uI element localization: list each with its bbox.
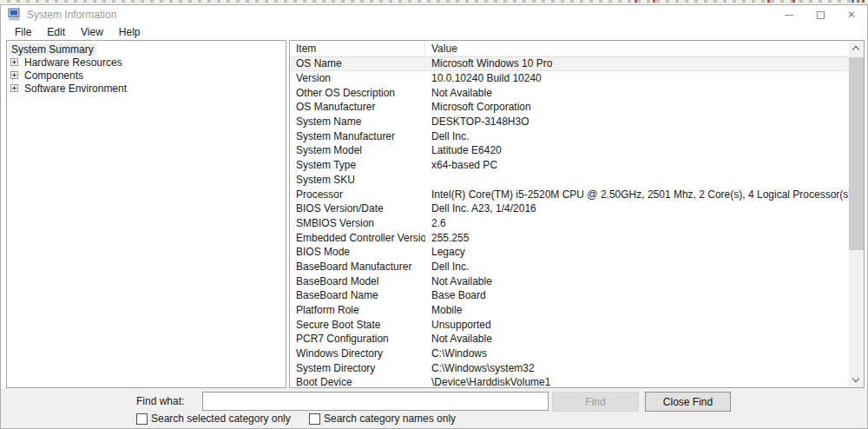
column-header-item[interactable]: Item — [290, 41, 425, 56]
item-cell: Other OS Description — [290, 87, 425, 99]
column-header-value[interactable]: Value — [425, 41, 849, 56]
value-cell: Not Available — [425, 275, 849, 287]
expand-icon[interactable] — [10, 58, 18, 66]
table-row[interactable]: BaseBoard Name Base Board — [290, 288, 849, 303]
table-row[interactable]: System Type x64-based PC — [290, 158, 849, 173]
minimize-button[interactable] — [773, 5, 805, 24]
value-cell: Unsupported — [425, 319, 849, 331]
value-cell: Microsoft Windows 10 Pro — [425, 57, 849, 69]
background-fragment — [857, 0, 859, 3]
table-row[interactable]: Windows Directory C:\Windows — [290, 346, 849, 361]
table-row[interactable]: System Name DESKTOP-3148H3O — [290, 115, 849, 129]
close-icon: ✕ — [847, 10, 856, 20]
table-row[interactable]: Boot Device \Device\HarddiskVolume1 — [290, 375, 849, 387]
item-cell: Windows Directory — [290, 347, 425, 360]
table-row[interactable]: Version 10.0.10240 Build 10240 — [290, 71, 849, 86]
item-cell: Secure Boot State — [290, 319, 425, 331]
background-fragment — [852, 0, 854, 3]
value-cell: Dell Inc. A23, 1/4/2016 — [425, 202, 849, 214]
background-text-fragments — [7, 0, 861, 3]
table-row[interactable]: Other OS Description Not Available — [290, 85, 849, 100]
item-cell: OS Name — [290, 57, 425, 69]
table-row[interactable]: System Manufacturer Dell Inc. — [290, 129, 849, 143]
find-input[interactable] — [202, 392, 549, 411]
tree-item[interactable]: Hardware Resources — [9, 56, 286, 69]
background-fragment — [792, 0, 795, 3]
table-row[interactable]: SMBIOS Version 2.6 — [290, 216, 849, 231]
category-tree: System Summary Hardware Resources Compon… — [7, 41, 286, 95]
table-row[interactable]: Processor Intel(R) Core(TM) i5-2520M CPU… — [290, 187, 849, 201]
item-cell: Platform Role — [290, 304, 425, 316]
tree-item[interactable]: Components — [9, 69, 286, 82]
value-cell: x64-based PC — [425, 159, 849, 171]
list-body: OS Name Microsoft Windows 10 Pro Version… — [290, 56, 849, 387]
item-cell: System Name — [290, 116, 425, 128]
tree-item-label: Software Environment — [22, 82, 129, 95]
value-cell: C:\Windows\system32 — [425, 362, 849, 374]
item-cell: SMBIOS Version — [290, 217, 425, 229]
item-cell: System Manufacturer — [290, 130, 425, 142]
table-row[interactable]: BaseBoard Manufacturer Dell Inc. — [290, 260, 849, 274]
table-row[interactable]: System Directory C:\Windows\system32 — [290, 360, 849, 375]
scroll-down-button[interactable] — [849, 373, 864, 387]
maximize-button[interactable] — [805, 5, 836, 24]
value-cell: Dell Inc. — [425, 130, 849, 142]
details-list-pane: Item Value OS Name Microsoft Windows 10 … — [289, 40, 865, 388]
find-button[interactable]: Find — [552, 392, 639, 412]
system-information-app-icon — [8, 8, 22, 22]
item-cell: System Model — [290, 144, 425, 156]
chevron-up-icon — [852, 46, 859, 53]
item-cell: Version — [290, 72, 425, 84]
table-row[interactable]: OS Name Microsoft Windows 10 Pro — [290, 56, 849, 71]
window-title: System Information — [27, 9, 116, 21]
item-cell: BaseBoard Model — [290, 275, 425, 287]
window-controls: ✕ — [773, 5, 867, 24]
table-row[interactable]: BIOS Mode Legacy — [290, 245, 849, 260]
table-row[interactable]: System SKU — [290, 173, 849, 188]
content-area: System Summary Hardware Resources Compon… — [1, 40, 867, 388]
value-cell: Latitude E6420 — [425, 144, 849, 156]
search-category-names-checkbox[interactable] — [309, 413, 320, 425]
value-cell: 10.0.10240 Build 10240 — [425, 72, 849, 84]
menu-item[interactable]: Edit — [39, 24, 73, 40]
table-row[interactable]: Embedded Controller Version 255.255 — [290, 230, 849, 245]
expand-icon[interactable] — [10, 71, 18, 79]
item-cell: System Type — [290, 159, 425, 171]
search-selected-category-checkbox[interactable] — [136, 413, 148, 425]
background-fragment — [767, 0, 770, 3]
item-cell: System SKU — [290, 174, 425, 186]
value-cell: 255.255 — [425, 232, 849, 244]
table-row[interactable]: BaseBoard Model Not Available — [290, 274, 849, 288]
search-category-names-label: Search category names only — [324, 413, 456, 425]
menu-item[interactable]: Help — [111, 24, 148, 40]
titlebar[interactable]: System Information ✕ — [1, 5, 867, 24]
table-row[interactable]: BIOS Version/Date Dell Inc. A23, 1/4/201… — [290, 201, 849, 216]
search-selected-category-label: Search selected category only — [151, 413, 291, 425]
item-cell: BaseBoard Name — [290, 289, 425, 301]
table-row[interactable]: Secure Boot State Unsupported — [290, 317, 849, 332]
expand-icon[interactable] — [10, 84, 18, 92]
table-row[interactable]: OS Manufacturer Microsoft Corporation — [290, 100, 849, 115]
tree-item[interactable]: System Summary — [9, 43, 286, 56]
menu-bar: FileEditViewHelp — [1, 24, 867, 40]
table-row[interactable]: PCR7 Configuration Not Available — [290, 332, 849, 346]
table-row[interactable]: System Model Latitude E6420 — [290, 143, 849, 158]
minimize-icon — [785, 15, 793, 16]
table-row[interactable]: Platform Role Mobile — [290, 303, 849, 318]
value-cell: Dell Inc. — [425, 261, 849, 273]
close-button[interactable]: ✕ — [836, 5, 867, 24]
menu-item[interactable]: File — [7, 24, 39, 40]
vertical-scrollbar[interactable] — [849, 41, 864, 387]
category-tree-pane: System Summary Hardware Resources Compon… — [6, 40, 286, 388]
scrollbar-thumb[interactable] — [849, 57, 864, 250]
tree-item[interactable]: Software Environment — [9, 82, 286, 95]
system-information-window: System Information ✕ FileEditViewHelp Sy… — [0, 4, 868, 429]
menu-item[interactable]: View — [73, 24, 111, 40]
value-cell: Intel(R) Core(TM) i5-2520M CPU @ 2.50GHz… — [425, 188, 849, 201]
close-find-button[interactable]: Close Find — [645, 392, 731, 412]
scroll-up-button[interactable] — [849, 41, 864, 56]
tree-item-label: Hardware Resources — [22, 56, 125, 69]
find-bar: Find what: Find Close Find Search select… — [1, 388, 867, 428]
item-cell: OS Manufacturer — [290, 101, 425, 113]
list-header: Item Value — [290, 41, 849, 56]
